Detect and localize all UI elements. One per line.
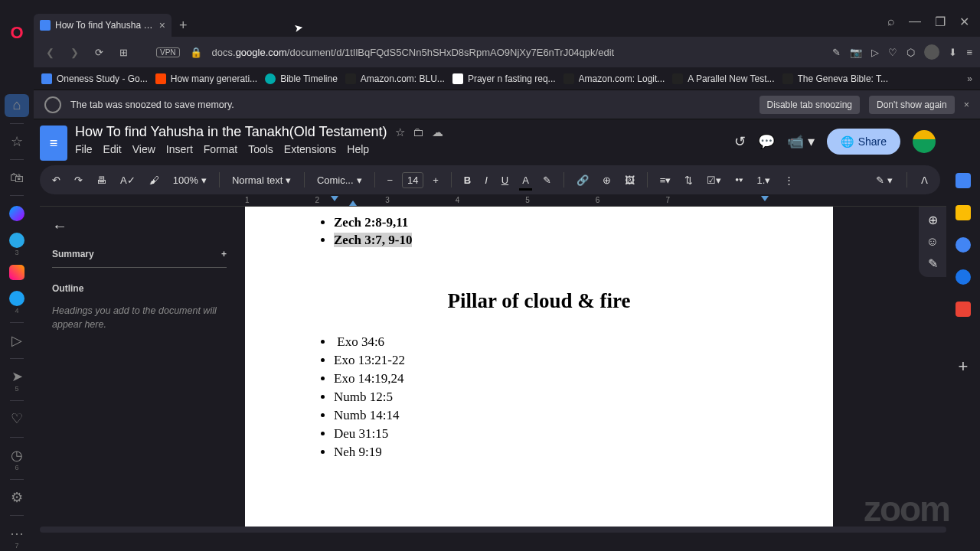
bookmark-item[interactable]: Prayer n fasting req... bbox=[452, 73, 556, 84]
checklist-button[interactable]: ☑▾ bbox=[702, 171, 726, 189]
bookmark-item[interactable]: Bible Timeline bbox=[265, 73, 338, 84]
camera-icon[interactable]: 📷 bbox=[850, 47, 862, 58]
add-summary-button[interactable]: + bbox=[221, 249, 227, 259]
apps-icon[interactable]: ⊞ bbox=[115, 44, 132, 60]
bookmark-item[interactable]: Oneness Study - Go... bbox=[41, 73, 148, 84]
align-button[interactable]: ≡▾ bbox=[655, 171, 676, 189]
profile-icon[interactable] bbox=[924, 44, 939, 60]
document-page[interactable]: Zech 2:8-9,11 Zech 3:7, 9-10 Pillar of c… bbox=[245, 207, 833, 527]
menu-edit[interactable]: Edit bbox=[103, 143, 122, 155]
lock-icon[interactable]: 🔒 bbox=[188, 44, 204, 60]
suggest-icon[interactable]: ✎ bbox=[928, 256, 938, 271]
list-item[interactable]: Deu 31:15 bbox=[334, 426, 784, 442]
cloud-icon[interactable]: ☁ bbox=[432, 126, 443, 139]
undo-button[interactable]: ↶ bbox=[47, 171, 65, 189]
move-icon[interactable]: 🗀 bbox=[413, 126, 424, 139]
menu-help[interactable]: Help bbox=[347, 143, 369, 155]
menu-extensions[interactable]: Extensions bbox=[284, 143, 336, 155]
menu-format[interactable]: Format bbox=[204, 143, 237, 155]
font-dropdown[interactable]: Comic...▾ bbox=[312, 171, 367, 189]
user-avatar[interactable] bbox=[913, 130, 936, 153]
list-item[interactable]: Exo 13:21-22 bbox=[334, 353, 784, 368]
menu-file[interactable]: File bbox=[75, 143, 93, 155]
docs-logo-icon[interactable]: ≡ bbox=[40, 126, 67, 161]
bookmark-item[interactable]: Amazon.com: Logit... bbox=[564, 73, 665, 84]
indent-marker-icon[interactable] bbox=[331, 196, 338, 201]
maximize-icon[interactable]: ❐ bbox=[935, 15, 946, 29]
comments-icon[interactable]: 💬 bbox=[758, 133, 775, 150]
add-comment-icon[interactable]: ⊕ bbox=[928, 213, 938, 227]
outline-back-icon[interactable]: ← bbox=[52, 217, 67, 235]
disable-snooze-button[interactable]: Disable tab snoozing bbox=[760, 96, 860, 114]
snooze-close-icon[interactable]: × bbox=[964, 99, 969, 110]
contacts-icon[interactable] bbox=[956, 269, 971, 285]
bookmark-item[interactable]: Amazon.com: BLU... bbox=[345, 73, 445, 84]
new-tab-button[interactable]: + bbox=[172, 14, 195, 37]
instagram-icon[interactable] bbox=[5, 261, 29, 284]
list-item[interactable]: Numb 14:14 bbox=[334, 408, 784, 423]
link-button[interactable]: 🔗 bbox=[572, 171, 593, 189]
messenger-icon[interactable] bbox=[5, 202, 29, 225]
list-item[interactable]: Zech 2:8-9,11 bbox=[334, 215, 784, 230]
menu-insert[interactable]: Insert bbox=[166, 143, 193, 155]
more-tools-button[interactable]: ⋮ bbox=[779, 171, 799, 189]
forward-button[interactable]: ❯ bbox=[66, 44, 83, 60]
emoji-icon[interactable]: ☺ bbox=[926, 235, 939, 249]
player-icon[interactable]: ▷ bbox=[5, 329, 29, 352]
text-color-button[interactable]: A bbox=[518, 171, 534, 189]
indent-marker-icon[interactable] bbox=[349, 201, 357, 206]
redo-button[interactable]: ↷ bbox=[70, 171, 87, 189]
increase-font-button[interactable]: + bbox=[428, 171, 443, 189]
spellcheck-button[interactable]: A✓ bbox=[116, 171, 140, 189]
menu-view[interactable]: View bbox=[132, 143, 155, 155]
document-title[interactable]: How To find Yahusha in the Tanakh(Old Te… bbox=[75, 124, 387, 140]
numbered-list-button[interactable]: 1.▾ bbox=[752, 171, 775, 189]
vpn-badge[interactable]: VPN bbox=[156, 47, 180, 57]
share-button[interactable]: 🌐 Share bbox=[827, 129, 900, 155]
url-field[interactable]: docs.google.com/document/d/1tIlBqFQdS5CN… bbox=[212, 47, 825, 58]
comment-button[interactable]: ⊕ bbox=[598, 171, 616, 189]
image-button[interactable]: 🖼 bbox=[620, 171, 639, 189]
list-item[interactable]: Neh 9:19 bbox=[334, 445, 784, 460]
minimize-icon[interactable]: — bbox=[909, 15, 921, 29]
close-window-icon[interactable]: ✕ bbox=[959, 15, 969, 29]
star-icon[interactable]: ☆ bbox=[5, 130, 29, 153]
print-button[interactable]: 🖶 bbox=[92, 171, 111, 189]
add-addon-button[interactable]: + bbox=[959, 357, 969, 377]
list-item[interactable]: Zech 3:7, 9-10 bbox=[334, 233, 784, 248]
section-heading[interactable]: Pillar of cloud & fire bbox=[294, 289, 784, 313]
menu-tools[interactable]: Tools bbox=[248, 143, 273, 155]
heart-icon[interactable]: ♡ bbox=[888, 47, 897, 58]
history-icon[interactable]: ↺ bbox=[734, 133, 746, 150]
calendar-icon[interactable] bbox=[956, 173, 971, 188]
list-item[interactable]: Exo 34:6 bbox=[334, 334, 784, 350]
cube-icon[interactable]: ⬡ bbox=[906, 47, 915, 58]
list-item[interactable]: Numb 12:5 bbox=[334, 390, 784, 405]
bookmarks-overflow-icon[interactable]: » bbox=[967, 73, 972, 84]
list-item[interactable]: Exo 14:19,24 bbox=[334, 371, 784, 386]
maps-icon[interactable] bbox=[956, 302, 971, 317]
underline-button[interactable]: U bbox=[497, 171, 513, 189]
reload-button[interactable]: ⟳ bbox=[90, 44, 107, 60]
collapse-toolbar-button[interactable]: ᐱ bbox=[916, 171, 933, 189]
line-spacing-button[interactable]: ⇅ bbox=[680, 171, 697, 189]
editing-mode-button[interactable]: ✎ ▾ bbox=[871, 171, 897, 189]
settings-icon[interactable]: ⚙ bbox=[5, 486, 29, 509]
bullet-list-button[interactable]: ⦁▾ bbox=[730, 171, 747, 189]
browser-tab[interactable]: How To find Yahusha in the × bbox=[34, 14, 172, 37]
decrease-font-button[interactable]: − bbox=[383, 171, 398, 189]
opera-logo-icon[interactable]: O bbox=[5, 21, 29, 44]
heart-icon[interactable]: ♡ bbox=[5, 407, 29, 430]
home-icon[interactable]: ⌂ bbox=[5, 94, 29, 117]
send-icon[interactable]: ▷ bbox=[871, 47, 879, 58]
zoom-dropdown[interactable]: 100%▾ bbox=[168, 171, 211, 189]
bold-button[interactable]: B bbox=[459, 171, 475, 189]
ruler[interactable]: 1234567 bbox=[40, 194, 946, 207]
back-button[interactable]: ❮ bbox=[41, 44, 58, 60]
tasks-icon[interactable] bbox=[956, 237, 971, 253]
menu-icon[interactable]: ≡ bbox=[966, 47, 972, 58]
search-icon[interactable]: ⌕ bbox=[887, 15, 895, 29]
style-dropdown[interactable]: Normal text▾ bbox=[227, 171, 296, 189]
font-size-input[interactable]: 14 bbox=[402, 172, 423, 188]
bookmark-item[interactable]: How many generati... bbox=[155, 73, 257, 84]
